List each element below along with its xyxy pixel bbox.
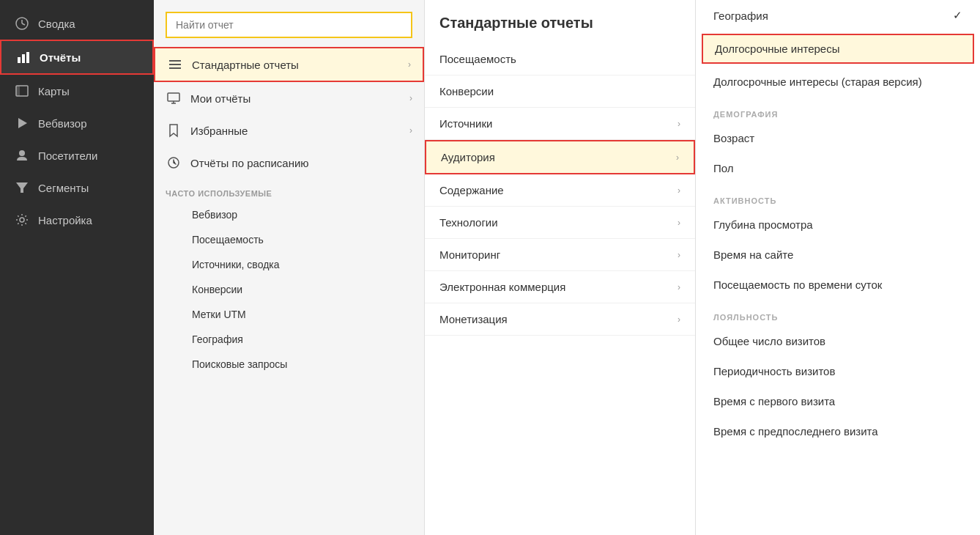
sidebar-item-webvisor[interactable]: Вебвизор <box>0 107 154 139</box>
svg-rect-10 <box>169 60 181 62</box>
menu-item-scheduled[interactable]: Отчёты по расписанию <box>154 147 424 179</box>
sidebar-item-label-settings: Настройка <box>38 214 92 226</box>
freq-section-label: ЧАСТО ИСПОЛЬЗУЕМЫЕ <box>154 179 424 202</box>
sidebar-item-maps[interactable]: Карты <box>0 75 154 107</box>
sub-item-label-long-term: Долгосрочные интересы <box>715 43 840 55</box>
sidebar-item-svod[interactable]: Сводка <box>0 7 154 40</box>
freq-item-1[interactable]: Посещаемость <box>154 227 424 252</box>
chevron-right-icon-monitoring: › <box>678 250 680 260</box>
sub-item-label-visits-by-time: Посещаемость по времени суток <box>713 278 882 291</box>
sub-item-time-on-site[interactable]: Время на сайте <box>696 240 980 270</box>
sub-item-geography[interactable]: География ✓ <box>696 0 980 31</box>
sub-item-label-visit-frequency: Периодичность визитов <box>713 365 835 377</box>
svg-rect-3 <box>26 52 29 63</box>
sub-item-label-time-on-site: Время на сайте <box>713 248 793 261</box>
sub-panel: География ✓ Долгосрочные интересы Долгос… <box>696 0 980 535</box>
sidebar-item-label-webvisor: Вебвизор <box>38 117 87 130</box>
std-item-conversions[interactable]: Конверсии <box>425 75 695 108</box>
sub-item-depth[interactable]: Глубина просмотра <box>696 210 980 240</box>
gear-icon <box>15 213 29 227</box>
std-item-visits[interactable]: Посещаемость <box>425 43 695 75</box>
play-icon <box>15 116 29 130</box>
sub-item-since-prev-visit[interactable]: Время с предпоследнего визита <box>696 416 980 446</box>
sub-item-label-since-prev-visit: Время с предпоследнего визита <box>713 425 878 438</box>
freq-item-0[interactable]: Вебвизор <box>154 202 424 227</box>
sub-item-age[interactable]: Возраст <box>696 123 980 153</box>
sidebar: Сводка Отчёты Карты Вебвизор <box>0 0 154 535</box>
std-item-tech[interactable]: Технологии › <box>425 207 695 239</box>
chevron-right-icon-sources: › <box>678 119 680 129</box>
sub-item-visits-by-time[interactable]: Посещаемость по времени суток <box>696 270 980 300</box>
std-item-ecommerce[interactable]: Электронная коммерция › <box>425 271 695 303</box>
sidebar-item-segments[interactable]: Сегменты <box>0 171 154 204</box>
chevron-right-icon-my: › <box>409 93 412 103</box>
reports-menu: Стандартные отчеты › Мои отчёты › Избран… <box>154 0 425 535</box>
sub-item-total-visits[interactable]: Общее число визитов <box>696 326 980 356</box>
std-item-monitoring[interactable]: Мониторинг › <box>425 239 695 271</box>
sidebar-item-reports[interactable]: Отчёты <box>0 40 154 75</box>
standard-reports-title: Стандартные отчеты <box>425 0 695 43</box>
std-item-sources[interactable]: Источники › <box>425 108 695 140</box>
svg-marker-8 <box>16 182 28 193</box>
person-icon <box>15 148 29 163</box>
svg-point-9 <box>20 218 24 222</box>
freq-item-2[interactable]: Источники, сводка <box>154 252 424 277</box>
checkmark-icon: ✓ <box>953 9 962 22</box>
menu-item-favorites[interactable]: Избранные › <box>154 114 424 147</box>
sidebar-item-settings[interactable]: Настройка <box>0 204 154 236</box>
sub-item-label-geography: География <box>713 10 768 22</box>
std-item-label-sources: Источники <box>439 117 492 130</box>
freq-item-5[interactable]: География <box>154 327 424 352</box>
sidebar-item-label-reports: Отчёты <box>40 51 81 64</box>
std-item-label-visits: Посещаемость <box>439 53 516 65</box>
freq-item-6[interactable]: Поисковые запросы <box>154 352 424 377</box>
svg-rect-12 <box>169 67 181 69</box>
sub-item-long-term-interests[interactable]: Долгосрочные интересы <box>702 34 974 64</box>
svg-marker-6 <box>18 118 27 128</box>
freq-item-4[interactable]: Метки UTM <box>154 302 424 327</box>
std-item-content[interactable]: Содержание › <box>425 174 695 207</box>
std-item-label-monitoring: Мониторинг <box>439 248 500 261</box>
sub-item-label-age: Возраст <box>713 132 754 144</box>
menu-item-label-scheduled: Отчёты по расписанию <box>190 157 309 169</box>
menu-item-standard[interactable]: Стандартные отчеты › <box>154 47 424 82</box>
freq-item-3[interactable]: Конверсии <box>154 277 424 302</box>
sub-item-visit-frequency[interactable]: Периодичность визитов <box>696 356 980 386</box>
std-item-label-tech: Технологии <box>439 216 498 229</box>
sub-section-label-demography: ДЕМОГРАФИЯ <box>696 97 980 123</box>
menu-item-label-standard: Стандартные отчеты <box>192 59 299 71</box>
sub-item-label-total-visits: Общее число визитов <box>713 335 825 347</box>
dashboard-icon <box>15 16 29 31</box>
std-item-monetization[interactable]: Монетизация › <box>425 303 695 336</box>
std-item-audience[interactable]: Аудитория › <box>425 140 695 174</box>
sidebar-item-visitors[interactable]: Посетители <box>0 139 154 171</box>
search-input[interactable] <box>166 12 412 38</box>
sub-item-label-since-first-visit: Время с первого визита <box>713 395 835 407</box>
std-item-label-audience: Аудитория <box>441 151 495 163</box>
sub-item-label-depth: Глубина просмотра <box>713 218 813 231</box>
std-item-label-content: Содержание <box>439 184 504 196</box>
menu-item-my[interactable]: Мои отчёты › <box>154 82 424 114</box>
bar-chart-icon <box>16 50 31 64</box>
sub-item-long-term-old[interactable]: Долгосрочные интересы (старая версия) <box>696 67 980 97</box>
sidebar-item-label-maps: Карты <box>38 85 70 97</box>
sub-section-label-loyalty: ЛОЯЛЬНОСТЬ <box>696 300 980 326</box>
sidebar-item-label-segments: Сегменты <box>38 182 89 194</box>
sub-item-gender[interactable]: Пол <box>696 153 980 183</box>
standard-reports-panel: Стандартные отчеты Посещаемость Конверси… <box>425 0 696 535</box>
sub-item-since-first-visit[interactable]: Время с первого визита <box>696 386 980 416</box>
std-item-label-monetization: Монетизация <box>439 313 508 325</box>
chevron-right-icon-content: › <box>678 185 680 196</box>
chevron-right-icon-audience: › <box>676 152 679 163</box>
svg-rect-2 <box>22 54 25 63</box>
sub-item-label-gender: Пол <box>713 162 734 174</box>
chevron-right-icon-monetization: › <box>678 314 680 325</box>
sidebar-item-label-svod: Сводка <box>38 18 75 30</box>
svg-rect-1 <box>18 57 21 63</box>
svg-rect-13 <box>168 93 179 101</box>
clock-icon <box>166 155 182 171</box>
menu-item-label-favorites: Избранные <box>190 125 248 137</box>
bookmark-icon <box>166 122 182 139</box>
svg-point-7 <box>19 150 25 156</box>
svg-rect-5 <box>16 86 20 96</box>
